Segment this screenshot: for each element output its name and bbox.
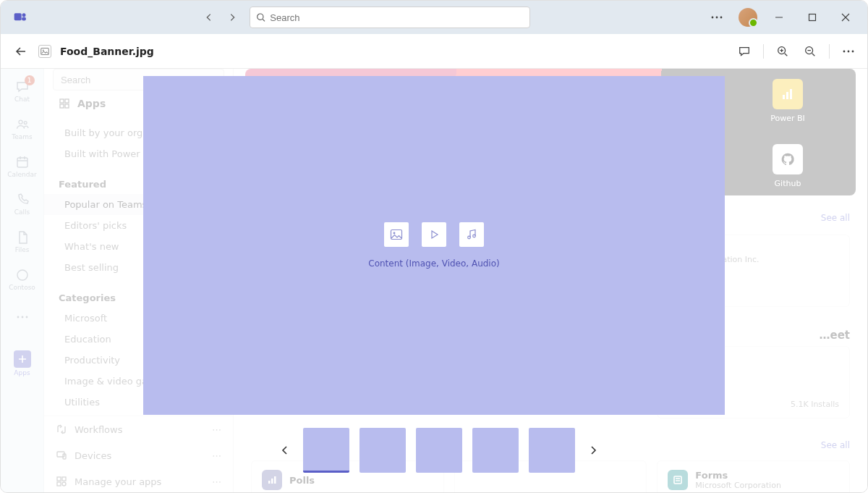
svg-point-1: [22, 13, 26, 17]
svg-point-12: [843, 50, 846, 52]
svg-point-13: [848, 50, 850, 52]
svg-rect-2: [22, 17, 26, 21]
zoom-out-button[interactable]: [801, 43, 819, 60]
svg-rect-8: [41, 48, 49, 54]
teams-logo-icon: [12, 9, 28, 25]
global-search[interactable]: [250, 7, 530, 28]
media-viewer: Content (Image, Video, Audio): [143, 76, 725, 415]
titlebar: [1, 1, 867, 34]
thumbnail[interactable]: [472, 428, 519, 473]
file-more-button[interactable]: [840, 43, 857, 60]
nav-forward-button[interactable]: [224, 9, 241, 26]
placeholder-audio-icon: [459, 222, 484, 247]
window-minimize-button[interactable]: [765, 4, 793, 31]
svg-point-6: [720, 17, 723, 19]
thumbs-next-button[interactable]: [584, 441, 603, 460]
separator: [829, 44, 830, 59]
comments-button[interactable]: [736, 43, 753, 60]
thumbs-prev-button[interactable]: [276, 441, 294, 460]
svg-rect-0: [14, 13, 22, 20]
svg-point-9: [43, 49, 44, 51]
file-header-bar: Food_Banner.jpg: [1, 34, 867, 69]
svg-rect-39: [391, 230, 401, 240]
thumbnail[interactable]: [359, 428, 406, 473]
svg-point-4: [712, 17, 714, 19]
more-options-button[interactable]: [702, 4, 731, 31]
svg-point-3: [258, 14, 263, 20]
thumbnail[interactable]: [303, 428, 349, 473]
window-close-button[interactable]: [831, 4, 860, 31]
svg-point-41: [468, 236, 471, 239]
placeholder-image-icon: [384, 222, 409, 247]
zoom-in-button[interactable]: [774, 43, 791, 60]
svg-point-14: [852, 50, 854, 52]
file-back-button[interactable]: [12, 43, 30, 60]
nav-back-button[interactable]: [200, 9, 218, 26]
thumbnail-strip: [276, 428, 603, 473]
global-search-input[interactable]: [270, 12, 524, 23]
separator: [763, 44, 764, 59]
svg-point-40: [393, 232, 396, 235]
image-file-icon: [38, 45, 51, 58]
svg-point-5: [716, 17, 718, 19]
placeholder-video-icon: [422, 222, 446, 247]
svg-point-42: [473, 235, 476, 237]
user-avatar[interactable]: [739, 8, 757, 27]
file-name: Food_Banner.jpg: [60, 46, 154, 57]
window-maximize-button[interactable]: [798, 4, 827, 31]
thumbnail[interactable]: [529, 428, 575, 473]
thumbnail[interactable]: [416, 428, 462, 473]
viewer-caption: Content (Image, Video, Audio): [368, 258, 499, 269]
svg-rect-7: [809, 14, 816, 21]
